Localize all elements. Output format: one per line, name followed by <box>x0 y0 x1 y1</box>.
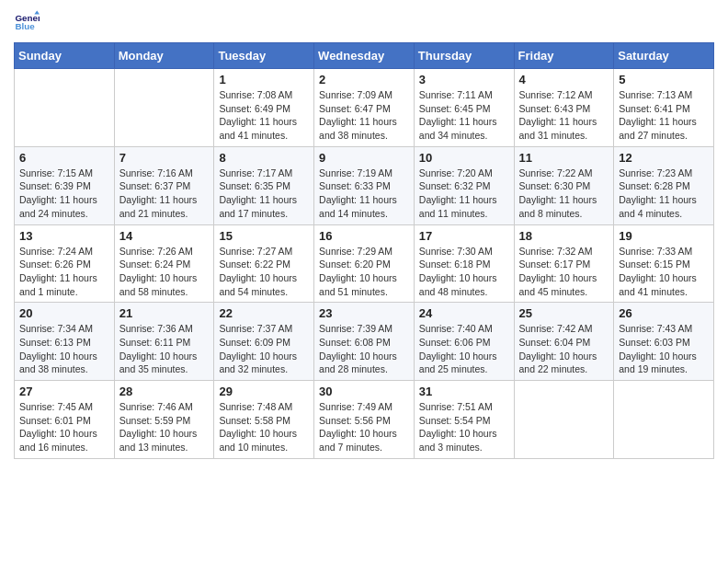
calendar-week-row: 20Sunrise: 7:34 AM Sunset: 6:13 PM Dayli… <box>15 303 714 381</box>
day-info: Sunrise: 7:46 AM Sunset: 5:59 PM Dayligh… <box>119 400 210 454</box>
logo-icon: General Blue <box>14 9 40 35</box>
day-info: Sunrise: 7:22 AM Sunset: 6:30 PM Dayligh… <box>519 167 609 221</box>
weekday-header: Wednesday <box>314 43 415 69</box>
day-number: 10 <box>419 151 509 165</box>
calendar-cell: 3Sunrise: 7:11 AM Sunset: 6:45 PM Daylig… <box>414 69 514 147</box>
day-number: 29 <box>219 385 309 398</box>
calendar-cell: 8Sunrise: 7:17 AM Sunset: 6:35 PM Daylig… <box>214 146 314 224</box>
calendar-cell: 26Sunrise: 7:43 AM Sunset: 6:03 PM Dayli… <box>614 303 714 381</box>
day-info: Sunrise: 7:17 AM Sunset: 6:35 PM Dayligh… <box>219 167 309 221</box>
calendar-cell <box>614 381 714 459</box>
day-info: Sunrise: 7:09 AM Sunset: 6:47 PM Dayligh… <box>319 88 409 143</box>
day-number: 3 <box>419 73 509 86</box>
day-number: 30 <box>319 385 409 398</box>
weekday-header: Tuesday <box>214 43 314 69</box>
day-number: 1 <box>219 73 309 86</box>
day-info: Sunrise: 7:32 AM Sunset: 6:17 PM Dayligh… <box>519 245 609 299</box>
day-info: Sunrise: 7:42 AM Sunset: 6:04 PM Dayligh… <box>519 322 609 376</box>
day-number: 15 <box>219 229 309 243</box>
calendar-cell: 25Sunrise: 7:42 AM Sunset: 6:04 PM Dayli… <box>514 303 614 381</box>
day-info: Sunrise: 7:23 AM Sunset: 6:28 PM Dayligh… <box>619 167 709 221</box>
weekday-header: Thursday <box>414 43 514 69</box>
calendar-cell: 30Sunrise: 7:49 AM Sunset: 5:56 PM Dayli… <box>314 381 415 459</box>
calendar-cell: 23Sunrise: 7:39 AM Sunset: 6:08 PM Dayli… <box>314 303 415 381</box>
calendar-header-row: SundayMondayTuesdayWednesdayThursdayFrid… <box>15 43 714 69</box>
calendar-cell: 24Sunrise: 7:40 AM Sunset: 6:06 PM Dayli… <box>414 303 514 381</box>
day-info: Sunrise: 7:49 AM Sunset: 5:56 PM Dayligh… <box>319 400 409 454</box>
calendar-cell: 12Sunrise: 7:23 AM Sunset: 6:28 PM Dayli… <box>614 146 714 224</box>
day-number: 27 <box>19 385 109 398</box>
day-info: Sunrise: 7:20 AM Sunset: 6:32 PM Dayligh… <box>419 167 509 221</box>
day-info: Sunrise: 7:39 AM Sunset: 6:08 PM Dayligh… <box>319 322 409 376</box>
day-number: 17 <box>419 229 509 243</box>
calendar-cell: 29Sunrise: 7:48 AM Sunset: 5:58 PM Dayli… <box>214 381 314 459</box>
day-info: Sunrise: 7:37 AM Sunset: 6:09 PM Dayligh… <box>219 322 309 376</box>
calendar-cell: 2Sunrise: 7:09 AM Sunset: 6:47 PM Daylig… <box>314 69 415 147</box>
day-info: Sunrise: 7:08 AM Sunset: 6:49 PM Dayligh… <box>219 88 309 143</box>
day-number: 20 <box>19 306 109 320</box>
day-number: 19 <box>619 229 709 243</box>
calendar-cell <box>15 69 115 147</box>
day-number: 9 <box>319 151 409 165</box>
logo: General Blue <box>14 9 43 35</box>
day-info: Sunrise: 7:19 AM Sunset: 6:33 PM Dayligh… <box>319 167 409 221</box>
calendar-cell: 21Sunrise: 7:36 AM Sunset: 6:11 PM Dayli… <box>114 303 214 381</box>
calendar-cell: 14Sunrise: 7:26 AM Sunset: 6:24 PM Dayli… <box>114 224 214 303</box>
day-number: 7 <box>119 151 210 165</box>
day-number: 11 <box>519 151 609 165</box>
svg-text:Blue: Blue <box>15 21 35 31</box>
calendar-cell: 5Sunrise: 7:13 AM Sunset: 6:41 PM Daylig… <box>614 69 714 147</box>
day-number: 18 <box>519 229 609 243</box>
day-number: 31 <box>419 385 509 398</box>
calendar-cell: 16Sunrise: 7:29 AM Sunset: 6:20 PM Dayli… <box>314 224 415 303</box>
calendar-cell: 1Sunrise: 7:08 AM Sunset: 6:49 PM Daylig… <box>214 69 314 147</box>
calendar-cell <box>114 69 214 147</box>
day-info: Sunrise: 7:51 AM Sunset: 5:54 PM Dayligh… <box>419 400 509 454</box>
page-header: General Blue <box>14 9 714 35</box>
calendar-cell: 10Sunrise: 7:20 AM Sunset: 6:32 PM Dayli… <box>414 146 514 224</box>
day-number: 5 <box>619 73 709 86</box>
calendar-week-row: 27Sunrise: 7:45 AM Sunset: 6:01 PM Dayli… <box>15 381 714 459</box>
day-info: Sunrise: 7:16 AM Sunset: 6:37 PM Dayligh… <box>119 167 210 221</box>
day-info: Sunrise: 7:40 AM Sunset: 6:06 PM Dayligh… <box>419 322 509 376</box>
calendar-cell: 17Sunrise: 7:30 AM Sunset: 6:18 PM Dayli… <box>414 224 514 303</box>
day-number: 23 <box>319 306 409 320</box>
day-number: 4 <box>519 73 609 86</box>
day-info: Sunrise: 7:24 AM Sunset: 6:26 PM Dayligh… <box>19 245 109 299</box>
calendar-cell <box>514 381 614 459</box>
calendar-cell: 19Sunrise: 7:33 AM Sunset: 6:15 PM Dayli… <box>614 224 714 303</box>
day-number: 2 <box>319 73 409 86</box>
day-number: 26 <box>619 306 709 320</box>
day-info: Sunrise: 7:27 AM Sunset: 6:22 PM Dayligh… <box>219 245 309 299</box>
day-number: 25 <box>519 306 609 320</box>
calendar-cell: 9Sunrise: 7:19 AM Sunset: 6:33 PM Daylig… <box>314 146 415 224</box>
day-info: Sunrise: 7:15 AM Sunset: 6:39 PM Dayligh… <box>19 167 109 221</box>
day-info: Sunrise: 7:48 AM Sunset: 5:58 PM Dayligh… <box>219 400 309 454</box>
day-info: Sunrise: 7:33 AM Sunset: 6:15 PM Dayligh… <box>619 245 709 299</box>
day-info: Sunrise: 7:36 AM Sunset: 6:11 PM Dayligh… <box>119 322 210 376</box>
calendar-cell: 18Sunrise: 7:32 AM Sunset: 6:17 PM Dayli… <box>514 224 614 303</box>
calendar-cell: 27Sunrise: 7:45 AM Sunset: 6:01 PM Dayli… <box>15 381 115 459</box>
day-number: 8 <box>219 151 309 165</box>
day-number: 16 <box>319 229 409 243</box>
day-info: Sunrise: 7:29 AM Sunset: 6:20 PM Dayligh… <box>319 245 409 299</box>
calendar-cell: 22Sunrise: 7:37 AM Sunset: 6:09 PM Dayli… <box>214 303 314 381</box>
weekday-header: Monday <box>114 43 214 69</box>
calendar-week-row: 1Sunrise: 7:08 AM Sunset: 6:49 PM Daylig… <box>15 69 714 147</box>
calendar-cell: 31Sunrise: 7:51 AM Sunset: 5:54 PM Dayli… <box>414 381 514 459</box>
calendar-cell: 20Sunrise: 7:34 AM Sunset: 6:13 PM Dayli… <box>15 303 115 381</box>
weekday-header: Sunday <box>15 43 115 69</box>
calendar-cell: 15Sunrise: 7:27 AM Sunset: 6:22 PM Dayli… <box>214 224 314 303</box>
day-number: 12 <box>619 151 709 165</box>
day-number: 22 <box>219 306 309 320</box>
day-number: 21 <box>119 306 210 320</box>
calendar-cell: 13Sunrise: 7:24 AM Sunset: 6:26 PM Dayli… <box>15 224 115 303</box>
calendar-table: SundayMondayTuesdayWednesdayThursdayFrid… <box>14 42 714 459</box>
weekday-header: Saturday <box>614 43 714 69</box>
calendar-week-row: 13Sunrise: 7:24 AM Sunset: 6:26 PM Dayli… <box>15 224 714 303</box>
calendar-cell: 6Sunrise: 7:15 AM Sunset: 6:39 PM Daylig… <box>15 146 115 224</box>
day-number: 6 <box>19 151 109 165</box>
day-number: 14 <box>119 229 210 243</box>
calendar-cell: 28Sunrise: 7:46 AM Sunset: 5:59 PM Dayli… <box>114 381 214 459</box>
day-info: Sunrise: 7:45 AM Sunset: 6:01 PM Dayligh… <box>19 400 109 454</box>
